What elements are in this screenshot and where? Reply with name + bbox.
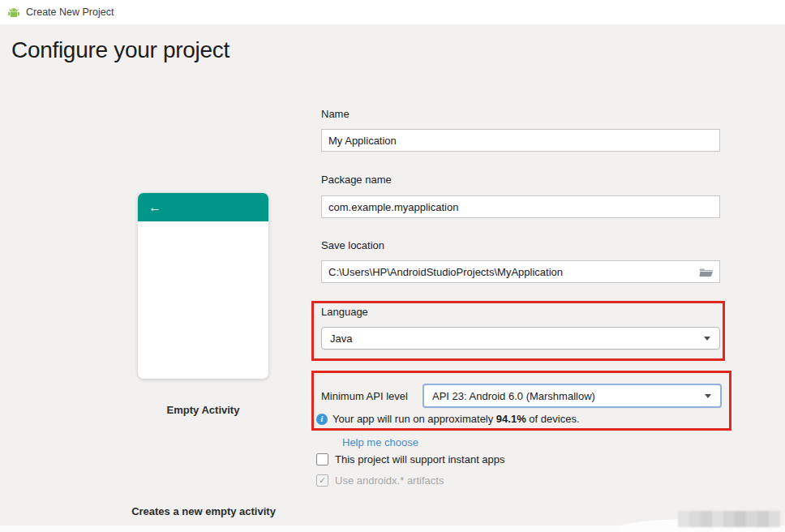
watermark-area: [667, 508, 780, 529]
api-info-prefix: Your app will run on approximately: [332, 413, 496, 425]
package-name-label: Package name: [321, 174, 392, 186]
help-me-choose-link[interactable]: Help me choose: [342, 436, 418, 448]
instant-apps-label: This project will support instant apps: [335, 453, 505, 466]
androidx-label: Use androidx.* artifacts: [335, 474, 444, 487]
chevron-down-icon: [705, 394, 711, 398]
template-name: Empty Activity: [138, 404, 268, 416]
min-api-dropdown[interactable]: API 23: Android 6.0 (Marshmallow): [423, 384, 722, 408]
instant-apps-checkbox[interactable]: ✓: [316, 453, 328, 466]
androidx-checkbox: ✓: [316, 474, 328, 487]
api-info-text: Your app will run on approximately 94.1%…: [332, 413, 580, 425]
api-info-percentage: 94.1%: [496, 413, 526, 425]
chevron-down-icon: [704, 337, 710, 341]
info-icon: i: [316, 414, 328, 425]
back-arrow-icon: ←: [148, 201, 161, 214]
browse-folder-button[interactable]: [696, 262, 717, 281]
folder-icon: [699, 267, 714, 277]
package-name-input[interactable]: [321, 195, 720, 218]
min-api-selected-value: API 23: Android 6.0 (Marshmallow): [432, 390, 595, 402]
name-label: Name: [321, 108, 350, 120]
save-location-label: Save location: [321, 239, 384, 251]
save-location-input[interactable]: [321, 260, 720, 283]
checkmark-icon: ✓: [319, 476, 326, 485]
page-title: Configure your project: [11, 37, 229, 63]
template-description: Creates a new empty activity: [114, 505, 293, 517]
window-titlebar: Create New Project: [0, 0, 785, 24]
window-title: Create New Project: [26, 6, 114, 18]
template-preview-card: ←: [138, 193, 268, 379]
language-selected-value: Java: [330, 332, 352, 345]
api-info-suffix: of devices.: [526, 413, 580, 425]
min-api-label: Minimum API level: [321, 390, 408, 402]
android-logo-icon: [6, 6, 21, 19]
language-dropdown[interactable]: Java: [321, 327, 720, 350]
api-info-row: i Your app will run on approximately 94.…: [316, 413, 580, 425]
androidx-checkbox-row: ✓ Use androidx.* artifacts: [316, 474, 444, 487]
language-label: Language: [321, 306, 368, 318]
template-preview-appbar: ←: [138, 193, 268, 221]
instant-apps-checkbox-row[interactable]: ✓ This project will support instant apps: [316, 453, 505, 466]
blurred-watermark: [678, 511, 780, 527]
name-input[interactable]: [321, 129, 720, 152]
